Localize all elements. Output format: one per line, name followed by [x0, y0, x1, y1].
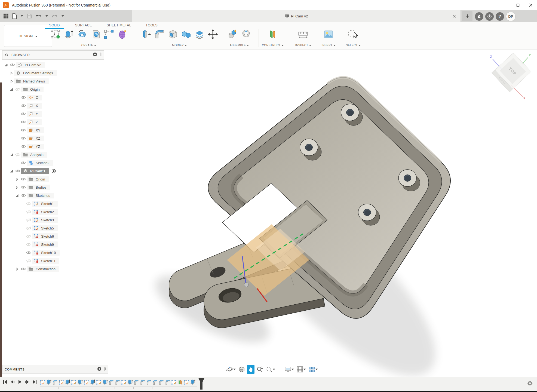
visibility-eye-icon[interactable] [20, 145, 27, 148]
visibility-eye-icon[interactable] [20, 194, 27, 197]
visibility-eye-icon[interactable] [25, 243, 32, 246]
orbit-tool-icon[interactable] [225, 365, 237, 374]
tree-item[interactable]: Document Settings [14, 70, 57, 76]
tree-row-section2[interactable]: Section2 [2, 159, 104, 167]
redo-caret-icon[interactable] [60, 11, 65, 21]
tree-expander-icon[interactable] [9, 71, 14, 75]
help-icon[interactable]: ? [496, 12, 504, 21]
timeline-feature-fillet-icon[interactable] [159, 379, 164, 385]
tree-item[interactable]: Sketch3 [32, 217, 58, 223]
tree-item[interactable]: Pi Cam v2 [16, 62, 45, 68]
combine-tool-icon[interactable] [181, 29, 192, 41]
visibility-eye-icon[interactable] [25, 226, 32, 230]
timeline-feature-extrude-icon[interactable] [190, 379, 195, 385]
timeline-feature-extrude-icon[interactable] [90, 379, 95, 385]
tab-tools[interactable]: TOOLS [144, 23, 159, 28]
tree-item[interactable]: Sketches [27, 193, 54, 198]
tree-row-pi-cam-1[interactable]: Pi Cam:1 [2, 167, 104, 175]
3d-viewport[interactable]: BROWSER Pi Cam v2 Document Settings Name… [0, 50, 537, 377]
timeline-feature-fillet-icon[interactable] [152, 379, 158, 385]
tree-expander-icon[interactable] [14, 194, 20, 197]
shell-tool-icon[interactable] [167, 29, 178, 41]
panel-grip-icon[interactable] [104, 367, 106, 372]
step-forward-icon[interactable] [25, 379, 30, 385]
tree-item[interactable]: Sketch9 [32, 241, 58, 247]
tree-row-x[interactable]: X [2, 102, 104, 110]
tab-surface[interactable]: SURFACE [73, 23, 94, 28]
visibility-eye-icon[interactable] [25, 259, 32, 263]
minus-circle-icon[interactable] [93, 52, 97, 58]
tree-item[interactable]: Sketch2 [32, 209, 58, 215]
tree-expander-icon[interactable] [9, 79, 14, 83]
file-menu-caret-icon[interactable] [19, 11, 24, 21]
offset-face-tool-icon[interactable] [194, 29, 205, 41]
tree-expander-icon[interactable] [9, 153, 14, 157]
collapse-panel-icon[interactable] [5, 53, 9, 57]
timeline-feature-extrude-icon[interactable] [102, 379, 108, 385]
display-settings-tool-icon[interactable] [284, 365, 295, 374]
measure-tool-icon[interactable] [298, 29, 309, 41]
tree-item[interactable]: Sketch11 [32, 258, 59, 264]
redo-icon[interactable] [50, 11, 59, 21]
grid-settings-tool-icon[interactable] [296, 365, 307, 374]
tree-item[interactable]: X [27, 103, 42, 109]
timeline-settings-gear-icon[interactable] [527, 381, 533, 387]
tree-row-yz[interactable]: YZ [2, 142, 104, 151]
visibility-eye-icon[interactable] [14, 169, 21, 173]
timeline-feature-extrude-icon[interactable] [65, 379, 70, 385]
tree-row-sketch9[interactable]: Sketch9 [2, 240, 104, 249]
close-button[interactable] [524, 0, 537, 10]
user-avatar[interactable]: DP [506, 12, 515, 21]
extensions-icon[interactable] [475, 12, 483, 21]
tree-row-z[interactable]: Z [2, 118, 104, 126]
tree-item[interactable]: Construction [27, 266, 59, 272]
extrude-tool-icon[interactable] [63, 29, 74, 41]
tree-row-construction[interactable]: Construction [2, 265, 104, 273]
visibility-eye-icon[interactable] [20, 136, 27, 140]
create-sketch-tool-icon[interactable] [50, 29, 61, 41]
tree-item[interactable]: Bodies [27, 185, 50, 190]
select-tool-icon[interactable] [347, 29, 360, 41]
revolve-tool-icon[interactable] [77, 29, 88, 41]
look-at-tool-icon[interactable] [237, 365, 246, 374]
tree-expander-icon[interactable] [14, 177, 20, 181]
joint-tool-icon[interactable] [241, 29, 251, 41]
visibility-eye-icon[interactable] [25, 218, 32, 222]
visibility-eye-icon[interactable] [14, 153, 21, 157]
tree-row-sketch2[interactable]: Sketch2 [2, 208, 104, 216]
tree-item[interactable]: Sketch5 [32, 225, 58, 231]
activate-component-radio[interactable] [51, 169, 56, 173]
tree-item[interactable]: Y [27, 111, 42, 117]
timeline-feature-sketch-icon[interactable] [59, 379, 64, 385]
tree-row-sketch3[interactable]: Sketch3 [2, 216, 104, 224]
fillet-tool-icon[interactable] [154, 29, 165, 41]
document-tab[interactable]: Pi Cam v2 [132, 10, 461, 22]
timeline-position-marker[interactable] [198, 378, 204, 391]
timeline-feature-sketch-icon[interactable] [84, 379, 89, 385]
move-tool-icon[interactable] [207, 29, 218, 41]
timeline-feature-sketch-icon[interactable] [171, 379, 177, 385]
timeline-feature-fillet-icon[interactable] [146, 379, 152, 385]
tree-item[interactable]: Z [27, 119, 42, 125]
timeline-feature-sketch-icon[interactable] [121, 379, 127, 385]
tree-row-o[interactable]: O [2, 93, 104, 102]
zoom-window-tool-icon[interactable] [265, 365, 276, 374]
tree-item[interactable]: Analysis [21, 152, 47, 158]
tree-item[interactable]: Origin [27, 176, 49, 182]
tree-row-xy[interactable]: XY [2, 126, 104, 134]
comments-bar[interactable]: COMMENTS [2, 365, 108, 374]
tree-item[interactable]: YZ [27, 144, 44, 149]
construct-plane-tool-icon[interactable] [267, 29, 278, 41]
tree-item[interactable]: Sketch6 [32, 233, 58, 239]
undo-icon[interactable] [34, 11, 43, 21]
create-group-label[interactable]: CREATE [81, 44, 96, 47]
visibility-eye-icon[interactable] [14, 87, 21, 91]
maximize-button[interactable] [511, 0, 524, 10]
tree-item[interactable]: Sketch1 [32, 201, 58, 207]
timeline-feature-extrude-icon[interactable] [46, 379, 51, 385]
visibility-eye-icon[interactable] [25, 234, 32, 238]
timeline-feature-extrude-icon[interactable] [77, 379, 83, 385]
tab-sheet-metal[interactable]: SHEET METAL [105, 23, 133, 28]
timeline-feature-sketch-icon[interactable] [71, 379, 76, 385]
viewcube[interactable]: Z Y X TOP RIGHT [489, 53, 537, 102]
